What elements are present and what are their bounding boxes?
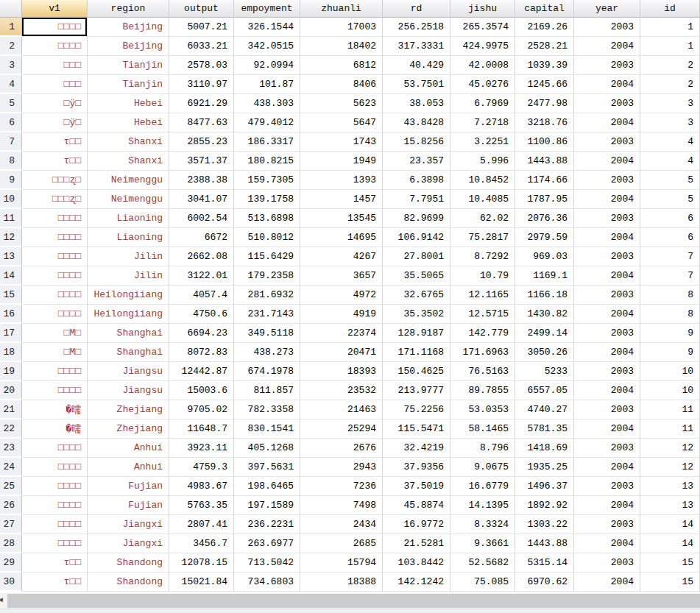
cell-v1[interactable]: □M□ [22,343,88,362]
cell-id[interactable]: 1 [640,37,700,56]
cell-output[interactable]: 5763.35 [169,496,234,515]
cell-zhuanli[interactable]: 17003 [300,18,383,37]
cell-output[interactable]: 6033.21 [169,37,234,56]
cell-v1[interactable]: □ÿ□ [22,113,88,132]
cell-jishu[interactable]: 53.0353 [450,400,515,419]
cell-jishu[interactable]: 45.0276 [450,75,515,94]
cell-year[interactable]: 2003 [574,286,640,305]
cell-year[interactable]: 2004 [574,266,640,286]
row-number[interactable]: 17 [0,324,22,343]
row-number[interactable]: 11 [0,209,22,228]
cell-region[interactable]: Hebei [88,94,169,113]
cell-zhuanli[interactable]: 18388 [300,573,383,592]
cell-id[interactable]: 13 [640,477,700,496]
row-number[interactable]: 18 [0,343,22,362]
cell-rd[interactable]: 40.429 [383,56,450,75]
cell-empoyment[interactable]: 263.6977 [234,534,300,553]
cell-output[interactable]: 5007.21 [169,18,234,37]
column-header-capital[interactable]: capital [515,0,574,18]
cell-jishu[interactable]: 12.1165 [450,286,515,305]
cell-id[interactable]: 1 [640,18,700,37]
cell-rd[interactable]: 171.1168 [383,343,450,362]
column-header-empoyment[interactable]: empoyment [234,0,300,18]
cell-year[interactable]: 2004 [574,343,640,362]
cell-jishu[interactable]: 14.1395 [450,496,515,515]
cell-empoyment[interactable]: 734.6803 [234,573,300,592]
cell-rd[interactable]: 256.2518 [383,18,450,37]
cell-empoyment[interactable]: 438.303 [234,94,300,113]
cell-empoyment[interactable]: 811.857 [234,381,300,400]
cell-empoyment[interactable]: 231.7143 [234,305,300,324]
cell-output[interactable]: 3923.11 [169,439,234,458]
cell-v1[interactable]: □M□ [22,324,88,343]
cell-rd[interactable]: 21.5281 [383,534,450,553]
cell-year[interactable]: 2004 [574,75,640,94]
cell-rd[interactable]: 27.8001 [383,247,450,266]
cell-region[interactable]: Jiangsu [88,362,169,381]
cell-id[interactable]: 14 [640,534,700,553]
cell-region[interactable]: Beijing [88,18,169,37]
row-number[interactable]: 27 [0,515,22,534]
cell-rd[interactable]: 43.8428 [383,113,450,132]
cell-year[interactable]: 2003 [574,247,640,266]
cell-id[interactable]: 3 [640,113,700,132]
row-number[interactable]: 25 [0,477,22,496]
cell-empoyment[interactable]: 479.4012 [234,113,300,132]
cell-id[interactable]: 11 [640,419,700,439]
column-header-id[interactable]: id [640,0,700,18]
cell-output[interactable]: 2662.08 [169,247,234,266]
cell-zhuanli[interactable]: 25294 [300,419,383,439]
cell-id[interactable]: 4 [640,152,700,171]
cell-region[interactable]: Hebei [88,113,169,132]
cell-empoyment[interactable]: 405.1268 [234,439,300,458]
cell-id[interactable]: 7 [640,247,700,266]
cell-zhuanli[interactable]: 20471 [300,343,383,362]
cell-zhuanli[interactable]: 15794 [300,553,383,573]
column-header-output[interactable]: output [169,0,234,18]
cell-zhuanli[interactable]: 4267 [300,247,383,266]
row-number[interactable]: 4 [0,75,22,94]
cell-output[interactable]: 2578.03 [169,56,234,75]
cell-v1[interactable]: □□□□ [22,286,88,305]
cell-region[interactable]: Shandong [88,573,169,592]
cell-region[interactable]: Liaoning [88,228,169,247]
row-number[interactable]: 28 [0,534,22,553]
cell-rd[interactable]: 23.357 [383,152,450,171]
cell-v1[interactable]: □□□□ [22,458,88,477]
cell-empoyment[interactable]: 179.2358 [234,266,300,286]
cell-output[interactable]: 3041.07 [169,190,234,209]
cell-capital[interactable]: 5315.14 [515,553,574,573]
cell-v1[interactable]: □□□□ [22,37,88,56]
cell-jishu[interactable]: 9.0675 [450,458,515,477]
cell-zhuanli[interactable]: 4919 [300,305,383,324]
cell-capital[interactable]: 2499.14 [515,324,574,343]
column-header-rd[interactable]: rd [383,0,450,18]
cell-region[interactable]: Fujian [88,477,169,496]
cell-output[interactable]: 4983.67 [169,477,234,496]
cell-capital[interactable]: 2477.98 [515,94,574,113]
cell-zhuanli[interactable]: 1457 [300,190,383,209]
cell-rd[interactable]: 142.1242 [383,573,450,592]
cell-output[interactable]: 3571.37 [169,152,234,171]
cell-rd[interactable]: 15.8256 [383,132,450,152]
cell-id[interactable]: 8 [640,286,700,305]
column-header-region[interactable]: region [88,0,169,18]
cell-empoyment[interactable]: 198.6465 [234,477,300,496]
cell-rd[interactable]: 16.9772 [383,515,450,534]
cell-empoyment[interactable]: 397.5631 [234,458,300,477]
cell-rd[interactable]: 6.3898 [383,171,450,190]
cell-capital[interactable]: 3218.76 [515,113,574,132]
row-number[interactable]: 7 [0,132,22,152]
cell-output[interactable]: 8477.63 [169,113,234,132]
cell-jishu[interactable]: 265.3574 [450,18,515,37]
cell-year[interactable]: 2003 [574,362,640,381]
cell-empoyment[interactable]: 197.1589 [234,496,300,515]
cell-year[interactable]: 2003 [574,209,640,228]
selected-cell[interactable]: □□□□ [22,18,88,37]
cell-v1[interactable]: □□□□ [22,439,88,458]
cell-year[interactable]: 2004 [574,37,640,56]
cell-zhuanli[interactable]: 18393 [300,362,383,381]
cell-jishu[interactable]: 89.7855 [450,381,515,400]
cell-empoyment[interactable]: 438.273 [234,343,300,362]
cell-output[interactable]: 11648.7 [169,419,234,439]
